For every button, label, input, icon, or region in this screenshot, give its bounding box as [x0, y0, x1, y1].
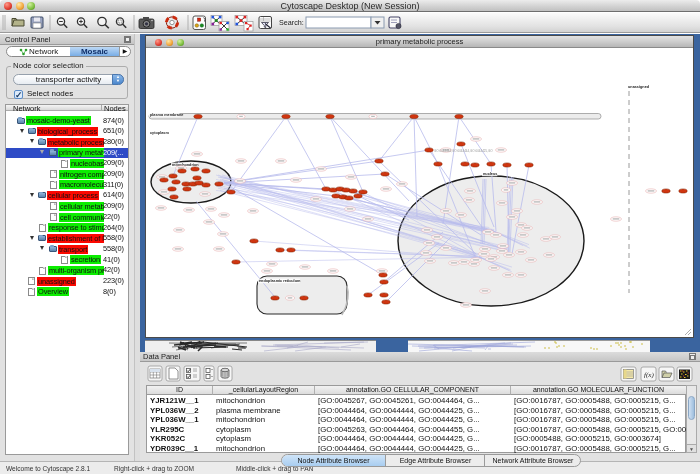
- svg-text:f(x): f(x): [644, 371, 654, 379]
- svg-text:GO:0044464,GO:0044444,GO:00444: GO:0044464,GO:0044444,GO:0044425,GO: [434, 149, 493, 153]
- svg-text:plasma membrane: plasma membrane: [150, 113, 183, 117]
- svg-text:nucleus: nucleus: [483, 172, 497, 176]
- svg-text:endoplasmic reticulum: endoplasmic reticulum: [259, 279, 301, 283]
- svg-text:unassigned: unassigned: [628, 85, 650, 89]
- svg-text:Search:: Search:: [279, 18, 304, 27]
- svg-text:cytoplasm: cytoplasm: [150, 131, 169, 135]
